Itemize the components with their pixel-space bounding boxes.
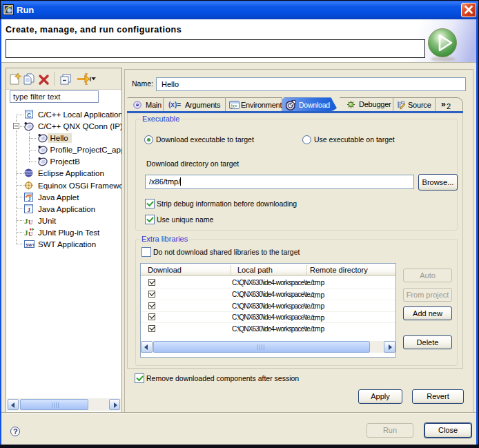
svg-text:U: U [28, 231, 33, 237]
svg-text:SWT: SWT [26, 242, 35, 246]
svg-text:(x=: (x= [231, 104, 237, 109]
svg-text:J: J [28, 206, 31, 213]
svg-text:U: U [28, 218, 33, 225]
svg-text:C: C [27, 112, 31, 119]
